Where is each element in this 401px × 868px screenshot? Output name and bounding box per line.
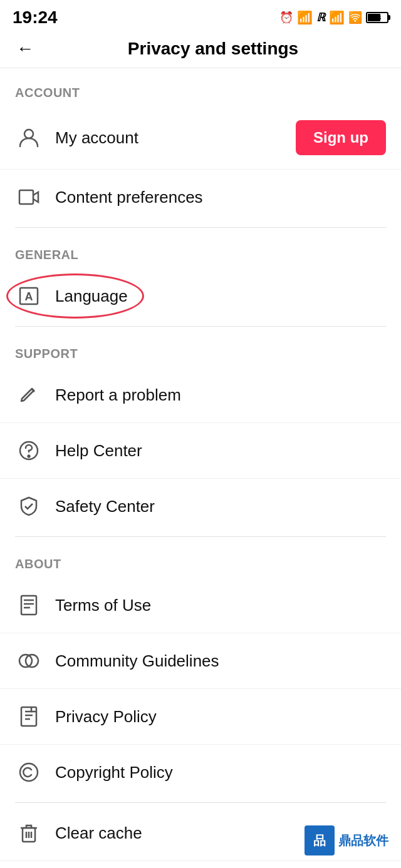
battery-icon: 68 [366,12,388,23]
clear-cache-label: Clear cache [55,824,142,843]
language-icon: A [15,282,43,310]
watermark: 品 鼎品软件 [305,825,388,855]
svg-point-5 [28,456,30,457]
signal2-icon: 📶 [329,10,345,25]
menu-item-language[interactable]: A Language [0,268,401,324]
alarm-icon: ⏰ [279,11,293,24]
watermark-text: 鼎品软件 [338,832,388,849]
status-bar: 19:24 ⏰ 📶 ℝ 📶 🛜 68 [0,0,401,33]
svg-text:A: A [25,290,33,303]
svg-rect-6 [21,596,36,615]
status-icons: ⏰ 📶 ℝ 📶 🛜 68 [279,10,388,25]
signal-icon: 📶 [297,10,313,25]
community-guidelines-label: Community Guidelines [55,651,219,671]
safety-center-label: Safety Center [55,497,155,516]
phone-icon: ℝ [316,11,325,24]
content-preferences-label: Content preferences [55,188,203,207]
copyright-icon [15,758,43,786]
watermark-logo: 品 [305,825,335,855]
header: ← Privacy and settings [0,33,401,68]
section-account: ACCOUNT My account Sign up Content prefe… [0,68,401,225]
sign-up-button[interactable]: Sign up [296,120,386,155]
help-icon [15,437,43,464]
document-icon [15,703,43,730]
menu-item-copyright-policy[interactable]: Copyright Policy [0,745,401,800]
shield-icon [15,493,43,520]
section-label-support: SUPPORT [0,329,401,367]
terms-of-use-label: Terms of Use [55,596,151,615]
battery-level: 68 [367,14,387,21]
divider-general-support [15,326,386,327]
svg-rect-9 [21,707,36,726]
menu-item-my-account[interactable]: My account Sign up [0,106,401,170]
menu-item-report-problem[interactable]: Report a problem [0,367,401,423]
svg-point-0 [24,130,33,138]
page-title: Privacy and settings [38,39,388,59]
status-time: 19:24 [13,8,58,28]
section-general: GENERAL A Language [0,230,401,324]
menu-item-safety-center[interactable]: Safety Center [0,479,401,534]
svg-rect-1 [19,190,33,204]
menu-item-privacy-policy[interactable]: Privacy Policy [0,689,401,745]
report-problem-label: Report a problem [55,385,181,405]
section-about: ABOUT Terms of Use Community Guidelines [0,539,401,800]
wifi-icon: 🛜 [348,11,362,24]
person-icon [15,124,43,151]
video-icon [15,183,43,211]
divider-about-more [15,802,386,803]
menu-item-community-guidelines[interactable]: Community Guidelines [0,633,401,689]
my-account-label: My account [55,128,138,148]
menu-item-terms-of-use[interactable]: Terms of Use [0,578,401,633]
book-icon [15,591,43,619]
trash-icon [15,819,43,847]
divider-account-general [15,227,386,228]
menu-item-help-center[interactable]: Help Center [0,423,401,479]
section-support: SUPPORT Report a problem Help Center [0,329,401,534]
privacy-policy-label: Privacy Policy [55,707,157,727]
copyright-policy-label: Copyright Policy [55,763,173,782]
circles-icon [15,647,43,675]
divider-support-about [15,536,386,537]
help-center-label: Help Center [55,441,142,461]
back-button[interactable]: ← [13,40,38,58]
section-label-general: GENERAL [0,230,401,268]
section-label-about: ABOUT [0,539,401,578]
section-label-account: ACCOUNT [0,68,401,106]
language-label: Language [55,287,128,306]
edit-icon [15,381,43,409]
menu-item-content-preferences[interactable]: Content preferences [0,170,401,225]
